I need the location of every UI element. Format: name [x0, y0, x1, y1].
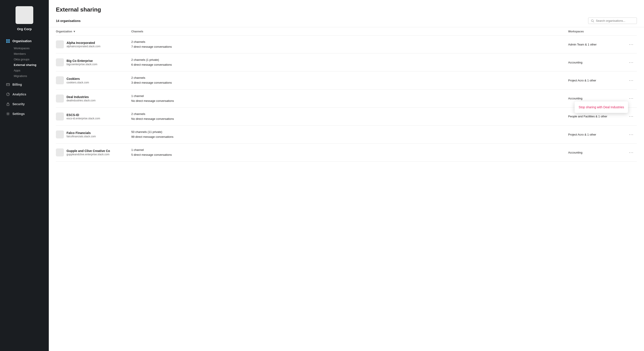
sidebar-item-billing-label: Billing	[12, 83, 22, 86]
svg-rect-0	[6, 83, 10, 86]
channels-cell-bigco: 2 channels (1 private) 6 direct message …	[131, 58, 568, 67]
org-info-gupple: Gupple and Clive Creative Co guppleandcl…	[66, 149, 110, 156]
sidebar-item-members[interactable]: Members	[12, 51, 46, 57]
org-avatar-bigco	[56, 58, 64, 66]
table-row: Big Co Enterprise bigcoenterprise.slack.…	[56, 54, 637, 72]
sidebar-item-organisation-label: Organisation	[12, 39, 32, 43]
more-button-escs[interactable]: ···	[627, 113, 635, 120]
channels-line2-cookiers: 3 direct message conversations	[131, 80, 568, 85]
more-button-bigco[interactable]: ···	[627, 59, 635, 66]
table-row: Alpha Incorporated alphaincorporated.sla…	[56, 36, 637, 54]
sidebar-section-analytics: Analytics	[3, 90, 46, 98]
col-header-organization: Organization ▼	[56, 30, 131, 33]
more-button-cookiers[interactable]: ···	[627, 77, 635, 84]
sidebar-item-settings-label: Settings	[12, 112, 24, 116]
sidebar-item-analytics[interactable]: Analytics	[3, 90, 46, 98]
org-domain-deal: dealindustries.slack.com	[66, 99, 96, 102]
table-header: Organization ▼ Channels Workspaces	[56, 27, 637, 36]
settings-icon	[6, 112, 10, 116]
actions-cell-escs: ···	[626, 113, 637, 120]
more-button-falco[interactable]: ···	[627, 131, 635, 138]
org-info-cookiers: Cookiers cookiers.slack.com	[66, 77, 89, 84]
org-avatar-gupple	[56, 148, 64, 156]
table-body: Alpha Incorporated alphaincorporated.sla…	[56, 36, 637, 162]
channels-cell-escs: 2 channels No direct message conversatio…	[131, 112, 568, 121]
channels-cell-deal: 1 channel No direct message conversation…	[131, 94, 568, 103]
org-logo	[16, 6, 33, 24]
grid-icon	[6, 39, 10, 43]
table-container: Organization ▼ Channels Workspaces Alpha…	[49, 27, 644, 351]
org-name-cookiers: Cookiers	[66, 77, 89, 81]
billing-icon	[6, 82, 10, 87]
actions-cell-bigco: ···	[626, 59, 637, 66]
sidebar-section-settings: Settings	[3, 110, 46, 118]
sidebar-sub-items-organisation: Workspaces Members Okta groups External …	[3, 46, 46, 79]
table-row: Falco Financials falcofinancials.slack.c…	[56, 126, 637, 144]
workspace-cell-alpha: Admin Team & 1 other	[568, 43, 626, 46]
org-name-gupple: Gupple and Clive Creative Co	[66, 149, 110, 153]
channels-line2-escs: No direct message conversations	[131, 117, 568, 121]
channels-line1-bigco: 2 channels (1 private)	[131, 58, 568, 62]
sidebar-section-organisation: Organisation Workspaces Members Okta gro…	[3, 37, 46, 79]
stop-sharing-button[interactable]: Stop sharing with Deal Industries	[574, 103, 628, 111]
channels-line1-gupple: 1 channel	[131, 148, 568, 152]
sidebar-item-apps[interactable]: Apps	[12, 68, 46, 73]
actions-cell-alpha: ···	[626, 41, 637, 48]
page-title: External sharing	[56, 6, 637, 13]
sidebar-item-security[interactable]: Security	[3, 100, 46, 108]
sidebar-item-analytics-label: Analytics	[12, 93, 26, 96]
org-name-bigco: Big Co Enterprise	[66, 59, 97, 63]
actions-cell-deal: ··· Stop sharing with Deal Industries	[626, 95, 637, 102]
search-box	[588, 18, 637, 24]
org-cell-gupple: Gupple and Clive Creative Co guppleandcl…	[56, 148, 131, 156]
main-content: External sharing 14 organisations Organi…	[49, 0, 644, 351]
channels-line1-deal: 1 channel	[131, 94, 568, 99]
org-name-alpha: Alpha Incorporated	[66, 41, 100, 45]
sidebar-item-migrations[interactable]: Migrations	[12, 73, 46, 79]
org-name-escs: ESCS-ID	[66, 113, 100, 117]
org-avatar-cookiers	[56, 76, 64, 84]
channels-cell-cookiers: 2 channels 3 direct message conversation…	[131, 76, 568, 85]
channels-line2-gupple: 5 direct message conversations	[131, 152, 568, 157]
table-row: ESCS-ID escs-id.enterprise.slack.com 2 c…	[56, 108, 637, 126]
sidebar-item-external-sharing[interactable]: External sharing	[12, 62, 46, 68]
workspace-cell-cookiers: Project Acro & 1 other	[568, 79, 626, 82]
workspace-cell-bigco: Accounting	[568, 61, 626, 64]
sidebar-item-organisation[interactable]: Organisation	[3, 37, 46, 45]
sidebar-item-billing[interactable]: Billing	[3, 81, 46, 89]
more-button-deal[interactable]: ···	[627, 95, 635, 102]
org-cell-falco: Falco Financials falcofinancials.slack.c…	[56, 130, 131, 138]
org-domain-cookiers: cookiers.slack.com	[66, 81, 89, 84]
org-info-escs: ESCS-ID escs-id.enterprise.slack.com	[66, 113, 100, 120]
search-input[interactable]	[596, 19, 634, 23]
sidebar-section-billing: Billing	[3, 81, 46, 89]
channels-line2-bigco: 6 direct message conversations	[131, 62, 568, 67]
sort-icon: ▼	[73, 30, 76, 33]
org-avatar-alpha	[56, 40, 64, 48]
org-cell-cookiers: Cookiers cookiers.slack.com	[56, 76, 131, 84]
sidebar-nav: Organisation Workspaces Members Okta gro…	[0, 37, 49, 120]
svg-rect-4	[7, 104, 9, 106]
sidebar-item-workspaces[interactable]: Workspaces	[12, 46, 46, 51]
org-domain-alpha: alphaincorporated.slack.com	[66, 45, 100, 48]
channels-line1-falco: 50 channels (11 private)	[131, 130, 568, 134]
org-cell-deal: Deal Industries dealindustries.slack.com	[56, 95, 131, 103]
col-header-workspaces: Workspaces	[568, 30, 626, 33]
org-cell-alpha: Alpha Incorporated alphaincorporated.sla…	[56, 40, 131, 48]
sidebar-item-okta-groups[interactable]: Okta groups	[12, 57, 46, 62]
channels-line2-falco: 99 direct message conversations	[131, 134, 568, 139]
workspace-cell-escs: People and Facilities & 1 other	[568, 115, 626, 118]
sidebar-item-settings[interactable]: Settings	[3, 110, 46, 118]
channels-line1-cookiers: 2 channels	[131, 76, 568, 80]
channels-line2-deal: No direct message conversations	[131, 99, 568, 103]
org-avatar-deal	[56, 95, 64, 103]
channels-line1-escs: 2 channels	[131, 112, 568, 117]
more-button-gupple[interactable]: ···	[627, 149, 635, 156]
more-button-alpha[interactable]: ···	[627, 41, 635, 48]
actions-cell-gupple: ···	[626, 149, 637, 156]
table-row: Cookiers cookiers.slack.com 2 channels 3…	[56, 72, 637, 89]
org-cell-bigco: Big Co Enterprise bigcoenterprise.slack.…	[56, 58, 131, 66]
actions-cell-falco: ···	[626, 131, 637, 138]
col-header-actions	[626, 30, 637, 33]
sidebar: Org Corp Organisation Workspaces Members…	[0, 0, 49, 351]
